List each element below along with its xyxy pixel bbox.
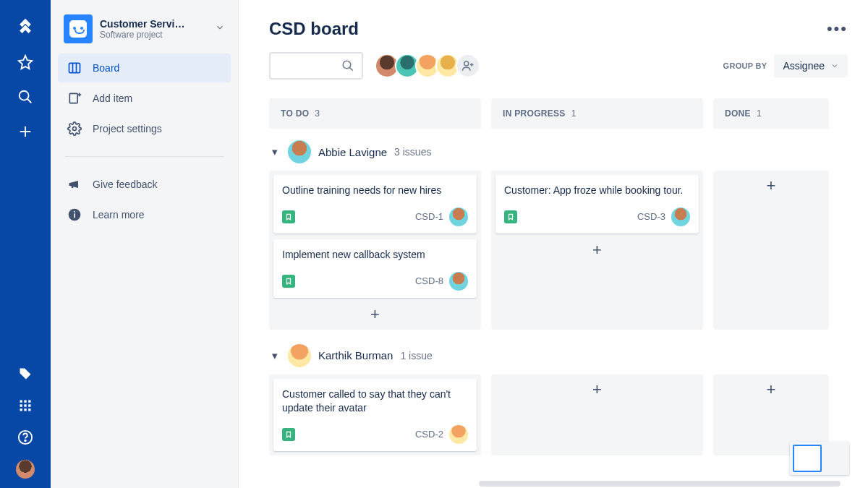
main-area: CSD board ••• GROUP BY Assignee TO DO3 I…: [239, 0, 868, 488]
svg-rect-9: [28, 404, 30, 406]
card-title: Customer: App froze while booking tour.: [504, 184, 690, 197]
svg-rect-6: [28, 401, 30, 403]
svg-line-26: [349, 67, 353, 71]
svg-point-24: [74, 211, 75, 213]
project-name: Customer Servi…: [100, 18, 184, 30]
swimlane-header[interactable]: ▾ Abbie Lavigne 3 issues: [269, 136, 848, 171]
avatar: [288, 140, 311, 163]
apps-icon[interactable]: [15, 395, 35, 416]
info-icon: [67, 207, 82, 222]
sidebar-item-board[interactable]: Board: [58, 53, 231, 82]
swimlane-assignee: Abbie Lavigne: [318, 146, 387, 158]
svg-point-25: [343, 61, 351, 69]
issue-card[interactable]: Customer: App froze while booking tour. …: [495, 175, 699, 234]
groupby-select[interactable]: Assignee: [774, 54, 848, 77]
story-type-icon: [282, 210, 295, 223]
search-input[interactable]: [269, 52, 363, 80]
svg-point-14: [25, 440, 26, 442]
search-icon[interactable]: [15, 87, 35, 107]
sidebar-item-label: Board: [93, 62, 119, 74]
card-key: CSD-2: [415, 429, 443, 440]
global-rail: [0, 0, 51, 488]
chevron-down-icon[interactable]: [215, 22, 225, 35]
issue-card[interactable]: Outline training needs for new hires CSD…: [273, 175, 477, 234]
sidebar-item-label: Add item: [93, 93, 132, 104]
story-type-icon: [282, 275, 295, 288]
lane-cell-todo: Outline training needs for new hires CSD…: [269, 171, 481, 330]
board-minimap[interactable]: [790, 442, 849, 475]
add-card-button[interactable]: +: [495, 379, 699, 401]
sidebar-divider: [65, 156, 224, 157]
jira-logo-icon[interactable]: [15, 17, 35, 38]
svg-rect-23: [74, 213, 75, 218]
card-key: CSD-8: [415, 275, 443, 286]
svg-rect-11: [24, 408, 26, 411]
story-type-icon: [282, 428, 295, 441]
sidebar-item-learnmore[interactable]: Learn more: [58, 200, 231, 229]
svg-rect-8: [24, 404, 26, 406]
lane-cell-inprogress: +: [491, 374, 703, 455]
svg-rect-10: [20, 408, 22, 411]
add-card-button[interactable]: +: [273, 304, 477, 325]
svg-rect-4: [20, 401, 22, 403]
tag-icon[interactable]: [15, 364, 35, 384]
chevron-down-icon[interactable]: ▾: [269, 349, 281, 362]
project-switcher[interactable]: Customer Servi… Software project: [58, 14, 231, 53]
lane-cell-todo: Customer called to say that they can't u…: [269, 374, 481, 455]
card-title: Outline training needs for new hires: [282, 184, 468, 197]
column-header-done[interactable]: DONE1: [713, 98, 829, 129]
column-header-todo[interactable]: TO DO3: [269, 98, 481, 129]
svg-rect-18: [69, 93, 77, 103]
svg-point-21: [73, 127, 77, 131]
project-sidebar: Customer Servi… Software project Board A…: [51, 0, 239, 488]
avatar: [449, 272, 468, 291]
page-title: CSD board: [269, 19, 359, 39]
svg-point-0: [20, 91, 29, 100]
swimlane-count: 3 issues: [394, 146, 431, 158]
add-card-button[interactable]: +: [495, 239, 699, 261]
gear-icon: [67, 121, 82, 136]
sidebar-item-add[interactable]: Add item: [58, 84, 231, 113]
svg-rect-12: [28, 408, 30, 411]
star-icon[interactable]: [15, 52, 35, 72]
card-key: CSD-1: [415, 211, 443, 222]
story-type-icon: [504, 210, 517, 223]
column-header-inprogress[interactable]: IN PROGRESS1: [491, 98, 703, 129]
add-card-button[interactable]: +: [718, 379, 825, 401]
card-key: CSD-3: [637, 211, 665, 222]
issue-card[interactable]: Implement new callback system CSD-8: [273, 239, 477, 298]
horizontal-scrollbar[interactable]: [479, 481, 841, 487]
svg-rect-5: [24, 401, 26, 403]
sidebar-item-label: Project settings: [93, 123, 162, 134]
swimlane-count: 1 issue: [400, 350, 432, 361]
avatar: [449, 425, 468, 444]
svg-rect-7: [20, 404, 22, 406]
lane-cell-inprogress: Customer: App froze while booking tour. …: [491, 171, 703, 330]
search-icon: [341, 59, 354, 72]
swimlane-assignee: Karthik Burman: [318, 349, 393, 361]
sidebar-item-settings[interactable]: Project settings: [58, 114, 231, 143]
groupby-label: GROUP BY: [723, 61, 767, 70]
sidebar-item-feedback[interactable]: Give feedback: [58, 170, 231, 199]
svg-point-27: [464, 61, 469, 66]
add-card-button[interactable]: +: [718, 175, 825, 197]
assignee-avatar-filter: [375, 53, 480, 78]
avatar: [449, 207, 468, 226]
issue-card[interactable]: Customer called to say that they can't u…: [273, 379, 477, 451]
svg-rect-15: [69, 63, 80, 72]
help-icon[interactable]: [15, 427, 35, 448]
sidebar-item-label: Learn more: [93, 209, 145, 221]
avatar: [288, 344, 311, 367]
chevron-down-icon[interactable]: ▾: [269, 145, 281, 158]
profile-avatar[interactable]: [15, 459, 35, 479]
add-item-icon: [67, 91, 82, 106]
plus-icon[interactable]: [15, 121, 35, 142]
add-people-icon[interactable]: [456, 53, 480, 78]
card-title: Customer called to say that they can't u…: [282, 388, 468, 415]
swimlane-header[interactable]: ▾ Karthik Burman 1 issue: [269, 340, 848, 374]
lane-cell-done: +: [713, 171, 829, 330]
sidebar-item-label: Give feedback: [93, 179, 158, 190]
svg-line-1: [27, 99, 32, 103]
more-icon[interactable]: •••: [827, 20, 848, 38]
project-icon: [64, 14, 93, 43]
